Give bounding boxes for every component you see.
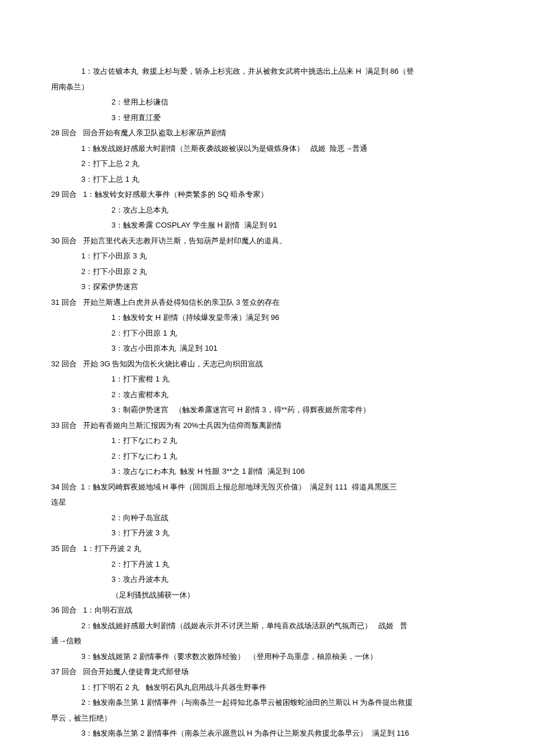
text-line: 2：打下丹波 1 丸	[51, 557, 483, 573]
text-line: 1：打下なにわ 2 丸	[51, 433, 483, 449]
text-line: 1：打下小田原 3 丸	[51, 249, 483, 264]
text-line: 2：触发战姬好感最大时剧情（战姬表示并不讨厌兰斯，单纯喜欢战场活跃的气氛而已） …	[51, 618, 483, 634]
text-line: 32 回合 开始 3G 告知因为信长火烧比睿山，天志已向织田宣战	[51, 357, 483, 372]
text-line: 3：攻占丹波本丸	[51, 572, 483, 588]
text-line: 3：触发南条兰第 2 剧情事件（南条兰表示愿意以 H 为条件让兰斯发兵救援北条早…	[51, 726, 483, 741]
text-line: 3：打下丹波 3 丸	[51, 525, 483, 541]
text-line: 2：打下小田原 1 丸	[51, 326, 483, 341]
text-line: 1：触发战姬好感最大时剧情（兰斯夜袭战姬被误以为是锻炼身体） 战姬 险恶→普通	[51, 141, 483, 157]
text-line: （足利骚扰战捕获一休）	[51, 588, 483, 603]
text-line: 28 回合 回合开始有魔人亲卫队盗取上杉家葫芦剧情	[51, 125, 483, 141]
text-line: 2：攻占蜜柑本丸	[51, 387, 483, 403]
text-line: 2：打下小田原 2 丸	[51, 264, 483, 280]
text-line: 2：攻占上总本丸	[51, 203, 483, 218]
text-line: 用南条兰）	[51, 80, 483, 95]
text-line: 1：打下明石 2 丸 触发明石风丸启用战斗兵器生野事件	[51, 680, 483, 696]
text-line: 3：攻占小田原本丸 满足到 101	[51, 341, 483, 357]
text-line: 3：制霸伊势迷宫 （触发希露迷宫可 H 剧情 3，得**药，得辉夜姬所需零件）	[51, 402, 483, 418]
text-line: 连星	[51, 495, 483, 510]
text-line: 29 回合 1：触发铃女好感最大事件（种类繁多的 SQ 暗杀专家）	[51, 187, 483, 203]
text-line: 2：触发南条兰第 1 剧情事件（与南条兰一起得知北条早云被困蝮蛇油田的兰斯以 H…	[51, 695, 483, 711]
text-line: 35 回合 1：打下丹波 2 丸	[51, 541, 483, 557]
text-line: 3：触发希露 COSPLAY 学生服 H 剧情 满足到 91	[51, 218, 483, 233]
text-line: 33 回合 开始有香姬向兰斯汇报因为有 20%士兵因为信仰而叛离剧情	[51, 418, 483, 434]
text-line: 3：探索伊势迷宫	[51, 279, 483, 295]
text-line: 2：登用上杉谦信	[51, 95, 483, 110]
text-line: 30 回合 开始言里代表天志教拜访兰斯，告知葫芦是封印魔人的道具。	[51, 233, 483, 249]
text-line: 37 回合 回合开始魔人使徒青龙式部登场	[51, 664, 483, 680]
text-line: 通→信赖	[51, 633, 483, 649]
text-line: 3：触发战姬第 2 剧情事件（要求数次败阵经验） （登用种子岛重彦，柚原柚美，一…	[51, 649, 483, 665]
text-line: 2：打下上总 2 丸	[51, 156, 483, 172]
text-line: 1：触发铃女 H 剧情（持续爆发皇帝液）满足到 96	[51, 310, 483, 326]
text-line: 31 回合 开始兰斯遇上白虎并从香处得知信长的亲卫队 3 笠众的存在	[51, 295, 483, 311]
text-line: 2：打下なにわ 1 丸	[51, 449, 483, 465]
document-body: 1：攻占佐镀本丸 救援上杉与爱，斩杀上杉宪政，并从被救女武将中挑选出上品来 H …	[51, 64, 483, 741]
text-line: 3：打下上总 1 丸	[51, 172, 483, 188]
text-line: 36 回合 1：向明石宣战	[51, 603, 483, 618]
text-line: 早云，被兰拒绝）	[51, 711, 483, 726]
text-line: 1：攻占佐镀本丸 救援上杉与爱，斩杀上杉宪政，并从被救女武将中挑选出上品来 H …	[51, 64, 483, 80]
text-line: 3：登用直江爱	[51, 110, 483, 126]
text-line: 1：打下蜜柑 1 丸	[51, 372, 483, 387]
text-line: 34 回合 1：触发冈崎辉夜姬地域 H 事件（回国后上报总部地球无毁灭价值） 满…	[51, 480, 483, 495]
text-line: 2：向种子岛宣战	[51, 510, 483, 526]
text-line: 3：攻占なにわ本丸 触发 H 性眼 3**之 1 剧情 满足到 106	[51, 464, 483, 480]
